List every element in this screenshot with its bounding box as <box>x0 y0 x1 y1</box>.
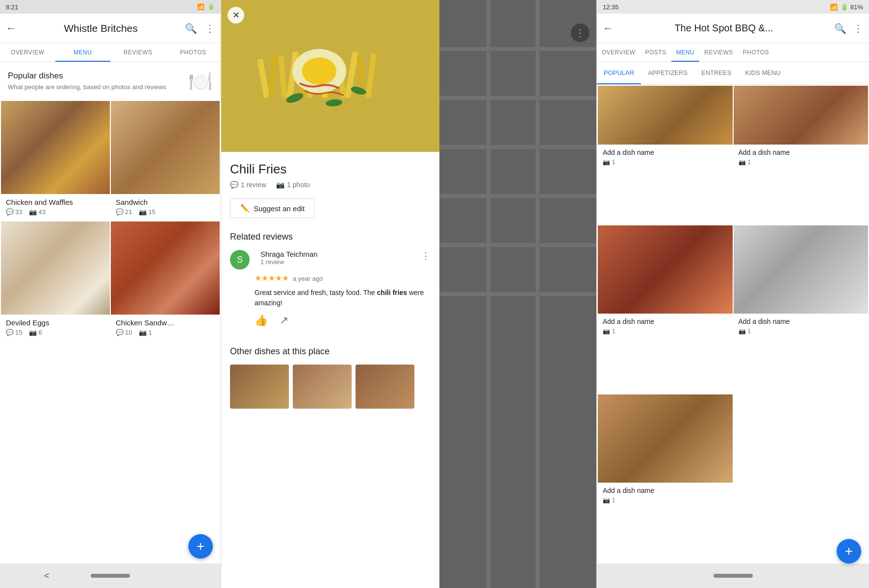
camera-icon-0: 📷 <box>603 159 610 166</box>
menu-cat-entrees[interactable]: ENTREES <box>694 62 738 84</box>
menu-item-0[interactable]: Add a dish name 📷 1 <box>598 86 733 224</box>
menu-item-name-3: Add a dish name <box>739 318 864 325</box>
menu-item-info-1: Add a dish name 📷 1 <box>734 145 869 171</box>
dish-name-3: Chicken Sandw… <box>116 318 215 327</box>
related-reviews-title: Related reviews <box>230 232 431 242</box>
panel4-nav-tabs: OVERVIEW POSTS MENU REVIEWS PHOTOS <box>597 43 869 62</box>
reviewer-header: S Shraga Teichman 1 review ⋮ <box>230 250 431 270</box>
menu-item-info-3: Add a dish name 📷 1 <box>734 314 869 340</box>
menu-item-photos-1: 📷 1 <box>739 159 864 166</box>
dish-card-chicken-waffles[interactable]: Chicken and Waffles 💬 33 📷 43 <box>1 101 110 220</box>
dish-meta-1: 💬 21 📷 15 <box>116 208 215 216</box>
tab-reviews-p1[interactable]: REVIEWS <box>110 43 166 62</box>
photo-icon-p2: 📷 <box>276 181 284 189</box>
other-dishes-scroll <box>230 365 431 409</box>
back-button-p1[interactable]: ← <box>6 22 17 35</box>
dish-meta-0: 💬 33 📷 43 <box>6 208 105 216</box>
tab-posts-p4[interactable]: POSTS <box>640 43 671 62</box>
dish-image-chicken-waffles <box>1 101 110 194</box>
dish-image-deviled-eggs <box>1 221 110 315</box>
tab-photos-p4[interactable]: PHOTOS <box>738 43 774 62</box>
close-button-p2[interactable]: ✕ <box>228 7 244 24</box>
status-icons-p1: 📶 🔋 <box>197 3 215 10</box>
menu-item-photos-3: 📷 1 <box>739 328 864 335</box>
nav-back-icon-p1[interactable]: < <box>44 571 50 581</box>
reviewer-info: Shraga Teichman 1 review <box>260 250 317 266</box>
tab-reviews-p4[interactable]: REVIEWS <box>699 43 738 62</box>
camera-icon-2: 📷 <box>603 328 610 335</box>
dish-name-2: Deviled Eggs <box>6 318 105 327</box>
menu-item-img-0 <box>598 86 733 145</box>
menu-cat-appetizers[interactable]: APPETIZERS <box>641 62 694 84</box>
tab-overview-p1[interactable]: OVERVIEW <box>0 43 55 62</box>
dish-detail-title: Chili Fries <box>230 162 431 177</box>
photo-count-p2: 1 photo <box>287 181 310 189</box>
dish-detail-content: Chili Fries 💬 1 review 📷 1 photo ✏️ Sugg… <box>221 152 439 588</box>
dish-card-info-3: Chicken Sandw… 💬 10 📷 1 <box>111 315 220 341</box>
more-icon-p1[interactable]: ⋮ <box>205 23 215 34</box>
status-bar-p4: 12:35 📶 🔋 81% <box>597 0 869 14</box>
dish-card-sandwich[interactable]: Sandwich 💬 21 📷 15 <box>111 101 220 220</box>
menu-item-info-4: Add a dish name 📷 1 <box>598 483 733 509</box>
battery-p4: 🔋 81% <box>841 3 863 11</box>
menu-cat-popular[interactable]: POPULAR <box>597 62 641 84</box>
menu-item-photos-2: 📷 1 <box>603 328 728 335</box>
reviewer-more-icon[interactable]: ⋮ <box>421 250 431 262</box>
fab-button-p4[interactable]: + <box>837 539 861 564</box>
dish-card-deviled-eggs[interactable]: Deviled Eggs 💬 15 📷 6 <box>1 221 110 341</box>
camera-icon-1: 📷 <box>739 159 746 166</box>
back-button-p4[interactable]: ← <box>603 22 613 35</box>
menu-item-photos-0: 📷 1 <box>603 159 728 166</box>
reviewer-avatar: S <box>230 250 250 270</box>
camera-icon-4: 📷 <box>603 497 610 504</box>
panel4-header-icons: 🔍 ⋮ <box>834 23 863 34</box>
dish-card-info-0: Chicken and Waffles 💬 33 📷 43 <box>1 194 110 220</box>
search-icon-p4[interactable]: 🔍 <box>834 23 846 34</box>
menu-item-name-4: Add a dish name <box>603 487 728 494</box>
dish-image-chicken-sandw <box>111 221 220 315</box>
menu-item-info-0: Add a dish name 📷 1 <box>598 145 733 171</box>
dish-image-sandwich <box>111 101 220 194</box>
review-count-p2: 1 review <box>241 181 266 189</box>
chili-fries-hero-image <box>221 0 439 152</box>
menu-item-4[interactable]: Add a dish name 📷 1 <box>598 394 733 563</box>
share-button[interactable]: ↗ <box>280 314 288 327</box>
header-icons-p1: 🔍 ⋮ <box>185 23 215 34</box>
search-icon-p1[interactable]: 🔍 <box>185 23 197 34</box>
popular-dishes-header: Popular dishes What people are ordering,… <box>0 62 221 101</box>
review-time: a year ago <box>293 275 323 282</box>
home-pill-p4 <box>714 574 753 578</box>
dish-name-0: Chicken and Waffles <box>6 198 105 206</box>
menu-item-img-2 <box>598 225 733 314</box>
menu-category-tabs: POPULAR APPETIZERS ENTREES KIDS MENU <box>597 62 869 85</box>
tab-photos-p1[interactable]: PHOTOS <box>166 43 221 62</box>
home-pill-p1 <box>91 574 130 578</box>
tab-overview-p4[interactable]: OVERVIEW <box>597 43 640 62</box>
menu-item-2[interactable]: Add a dish name 📷 1 <box>598 225 733 393</box>
suggest-edit-button[interactable]: ✏️ Suggest an edit <box>230 198 315 218</box>
review-card: S Shraga Teichman 1 review ⋮ ★★★★★ a yea… <box>230 250 431 337</box>
menu-item-img-1 <box>734 86 869 145</box>
app-header-p1: ← Whistle Britches 🔍 ⋮ <box>0 14 221 43</box>
menu-item-3[interactable]: Add a dish name 📷 1 <box>734 225 869 393</box>
menu-cat-kids[interactable]: KIDS MENU <box>738 62 787 84</box>
dish-card-info-2: Deviled Eggs 💬 15 📷 6 <box>1 315 110 341</box>
menu-item-name-0: Add a dish name <box>603 148 728 156</box>
dish-card-chicken-sandw[interactable]: Chicken Sandw… 💬 10 📷 1 <box>111 221 220 341</box>
menu-item-name-2: Add a dish name <box>603 318 728 325</box>
menu-item-1[interactable]: Add a dish name 📷 1 <box>734 86 869 224</box>
tab-menu-p1[interactable]: MENU <box>55 43 111 62</box>
svg-point-14 <box>302 57 336 85</box>
panel-dark-overlay: ⋮ <box>439 0 596 588</box>
bottom-nav-p1: < <box>0 564 221 588</box>
other-dish-2[interactable] <box>293 365 352 409</box>
other-dish-3[interactable] <box>356 365 414 409</box>
popular-dishes-subtitle: What people are ordering, based on photo… <box>8 83 166 92</box>
reviewer-name: Shraga Teichman <box>260 250 317 258</box>
more-icon-p4[interactable]: ⋮ <box>853 23 863 34</box>
tab-menu-p4[interactable]: MENU <box>671 43 699 62</box>
fab-button-p1[interactable]: + <box>188 534 213 559</box>
edit-icon: ✏️ <box>240 204 250 213</box>
other-dish-1[interactable] <box>230 365 289 409</box>
thumbs-up-button[interactable]: 👍 <box>255 314 268 327</box>
